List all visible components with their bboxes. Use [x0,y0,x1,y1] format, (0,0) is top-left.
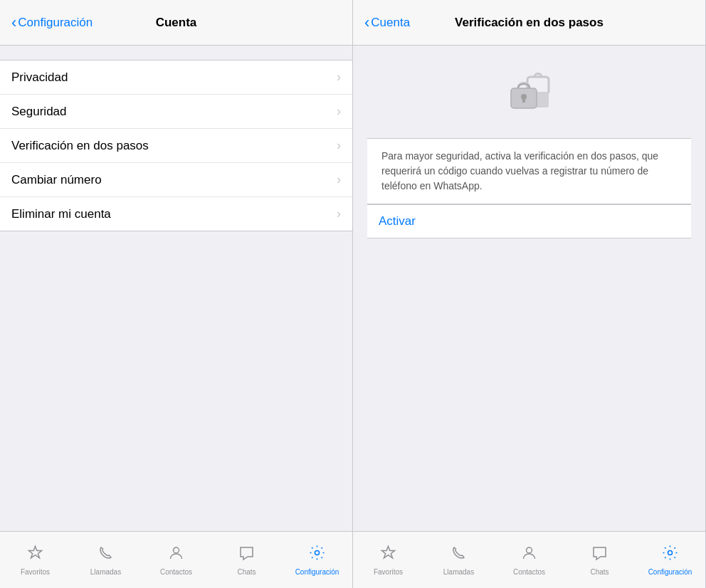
right-tab-settings[interactable]: Configuración [635,544,705,576]
favorites-icon [26,544,44,565]
left-tab-bar: Favoritos Llamadas Contactos [0,531,352,588]
security-label: Seguridad [11,105,67,119]
menu-item-privacy[interactable]: Privacidad › [0,61,352,95]
left-chats-label: Chats [237,568,255,576]
info-block: Para mayor seguridad, activa la verifica… [353,46,705,267]
menu-item-delete-account[interactable]: Eliminar mi cuenta › [0,197,352,231]
left-back-label: Configuración [18,16,93,30]
activate-section: Activar [367,204,691,238]
two-step-label: Verificación en dos pasos [11,139,149,153]
right-nav-title: Verificación en dos pasos [455,16,604,30]
right-tab-calls[interactable]: Llamadas [423,544,494,576]
calls-icon [97,544,115,565]
left-contacts-label: Contactos [160,568,192,576]
svg-point-8 [527,547,532,553]
right-tab-chats[interactable]: Chats [564,544,635,576]
chats-icon [238,544,255,565]
right-calls-label: Llamadas [443,568,474,576]
lock-icon-container [367,67,691,124]
left-favorites-label: Favoritos [21,568,50,576]
info-text-section: Para mayor seguridad, activa la verifica… [367,138,691,204]
lock-icon [501,67,558,124]
right-empty-area [353,267,705,445]
delete-account-chevron-icon: › [337,206,341,221]
svg-point-9 [668,551,673,555]
left-tab-settings[interactable]: Configuración [282,544,352,576]
left-settings-label: Configuración [295,568,339,576]
right-contacts-icon [520,544,538,565]
right-contacts-label: Contactos [513,568,545,576]
activate-button[interactable]: Activar [379,214,416,228]
security-chevron-icon: › [337,104,341,119]
two-step-chevron-icon: › [337,138,341,153]
account-menu: Privacidad › Seguridad › Verificación en… [0,60,352,231]
right-empty-top [367,238,691,267]
left-nav-bar: ‹ Configuración Cuenta [0,0,352,46]
right-back-button[interactable]: ‹ Cuenta [364,15,410,31]
left-tab-favorites[interactable]: Favoritos [0,544,70,576]
right-chats-label: Chats [590,568,608,576]
right-tab-favorites[interactable]: Favoritos [353,544,423,576]
right-chats-icon [591,544,608,565]
menu-item-two-step[interactable]: Verificación en dos pasos › [0,129,352,163]
left-tab-contacts[interactable]: Contactos [141,544,211,576]
right-settings-icon [661,544,679,565]
menu-item-security[interactable]: Seguridad › [0,95,352,129]
privacy-chevron-icon: › [337,70,341,85]
left-tab-chats[interactable]: Chats [211,544,282,576]
svg-point-0 [174,547,179,553]
svg-point-1 [315,551,320,555]
right-settings-label: Configuración [648,568,692,576]
change-number-label: Cambiar número [11,173,102,187]
right-calls-icon [450,544,468,565]
right-back-label: Cuenta [371,16,410,30]
left-tab-calls[interactable]: Llamadas [70,544,141,576]
contacts-icon [167,544,185,565]
right-tab-bar: Favoritos Llamadas Contactos [353,531,705,588]
info-description: Para mayor seguridad, activa la verifica… [379,149,680,194]
left-calls-label: Llamadas [90,568,121,576]
right-nav-bar: ‹ Cuenta Verificación en dos pasos [353,0,705,46]
right-content: Para mayor seguridad, activa la verifica… [353,46,705,531]
right-favorites-label: Favoritos [374,568,403,576]
left-nav-title: Cuenta [156,16,197,30]
svg-rect-7 [522,98,525,103]
left-content: Privacidad › Seguridad › Verificación en… [0,46,352,531]
menu-item-change-number[interactable]: Cambiar número › [0,163,352,197]
right-panel: ‹ Cuenta Verificación en dos pasos [353,0,706,588]
right-back-chevron-icon: ‹ [364,15,369,31]
left-panel: ‹ Configuración Cuenta Privacidad › Segu… [0,0,353,588]
right-tab-contacts[interactable]: Contactos [494,544,564,576]
right-favorites-icon [379,544,397,565]
settings-icon [308,544,326,565]
back-chevron-icon: ‹ [11,15,16,31]
change-number-chevron-icon: › [337,172,341,187]
left-back-button[interactable]: ‹ Configuración [11,15,93,31]
privacy-label: Privacidad [11,70,68,85]
delete-account-label: Eliminar mi cuenta [11,207,111,221]
